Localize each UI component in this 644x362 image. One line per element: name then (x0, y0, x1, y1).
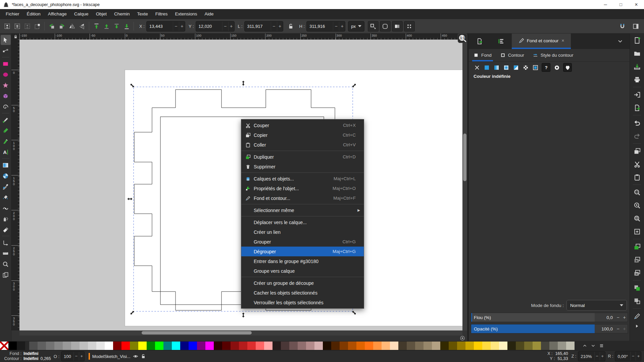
paint-radial-gradient[interactable] (503, 64, 509, 71)
rotation-minus[interactable]: − (630, 352, 636, 361)
import[interactable] (632, 90, 642, 99)
current-layer-indicator[interactable]: ModelSketch_Visi... (89, 353, 146, 360)
palette-swatch[interactable] (138, 342, 147, 350)
menu-item-delete[interactable]: Supprimer (241, 162, 364, 171)
blur-minus[interactable]: − (615, 313, 621, 322)
palette-swatch-none[interactable] (0, 342, 8, 350)
vertical-ruler[interactable]: 050100150200250300350 (11, 40, 19, 330)
rotate-90-cw[interactable] (57, 21, 67, 31)
palette-swatch[interactable] (113, 342, 121, 350)
subtab-contour[interactable]: Contour (500, 49, 524, 61)
height-minus[interactable]: − (333, 22, 339, 31)
tool-gradient[interactable] (1, 160, 11, 170)
palette-swatch[interactable] (432, 342, 440, 350)
tool-star[interactable] (1, 80, 11, 90)
tool-zoom[interactable] (1, 259, 11, 269)
tool-text[interactable]: A (1, 147, 11, 157)
menubar-item[interactable]: Filtres (152, 9, 171, 19)
raise[interactable] (101, 21, 111, 31)
raise-to-top[interactable] (91, 21, 101, 31)
palette-swatch[interactable] (105, 342, 113, 350)
palette-swatch[interactable] (306, 342, 314, 350)
palette-swatch[interactable] (549, 342, 558, 350)
tool-spray[interactable] (1, 214, 11, 224)
zoom-center-page[interactable] (632, 227, 642, 236)
menu-item-group-to-layer[interactable]: Groupe vers calque (241, 266, 364, 276)
palette-swatch[interactable] (130, 342, 138, 350)
palette-swatch[interactable] (273, 342, 281, 350)
palette-swatch[interactable] (189, 342, 197, 350)
maximize-button[interactable]: □ (613, 0, 629, 9)
unit-dropdown[interactable]: px (348, 21, 364, 32)
palette-swatch[interactable] (38, 342, 46, 350)
x-field[interactable]: 13,443 −+ (146, 21, 185, 32)
menu-item-cut[interactable]: Couper Ctrl+X (241, 120, 364, 130)
zoom-page[interactable] (632, 214, 642, 223)
palette-swatch[interactable] (566, 342, 575, 350)
palette-swatch[interactable] (348, 342, 356, 350)
scale-corners[interactable] (380, 21, 391, 32)
palette-swatch[interactable] (256, 342, 264, 350)
palette-swatch[interactable] (121, 342, 130, 350)
display-mode-icon[interactable] (631, 21, 641, 31)
palette-swatch[interactable] (356, 342, 365, 350)
opacity-minus[interactable]: − (73, 352, 79, 361)
palette-swatch[interactable] (465, 342, 474, 350)
menu-item-ungroup[interactable]: Dégrouper Maj+Ctrl+G (241, 247, 364, 256)
fill-stroke-indicator[interactable]: Fond :Indéfini Contour :Indéfini0,265 (3, 351, 51, 361)
menu-item-group[interactable]: Grouper Ctrl+G (241, 237, 364, 247)
menu-item-select-same[interactable]: Sélectionner même ▶ (241, 205, 364, 215)
menubar-item[interactable]: Fichier (2, 9, 23, 19)
opacity-slider[interactable]: Opacité (%) 100,0 − + (471, 324, 628, 333)
tool-spiral[interactable] (1, 102, 11, 112)
height-plus[interactable]: + (339, 22, 345, 31)
palette-swatch[interactable] (507, 342, 516, 350)
palette-swatch[interactable] (474, 342, 482, 350)
palette-swatch[interactable] (96, 342, 105, 350)
palette-swatch[interactable] (390, 342, 398, 350)
tool-tweak[interactable] (1, 203, 11, 213)
menubar-item[interactable]: Extensions (171, 9, 201, 19)
palette-swatch[interactable] (524, 342, 533, 350)
menubar-item[interactable]: Aide (201, 9, 217, 19)
fill-rule-nonzero[interactable] (563, 63, 572, 72)
palette-swatch[interactable] (180, 342, 189, 350)
tool-node-editor[interactable] (1, 46, 11, 56)
lower-to-bottom[interactable] (121, 21, 132, 31)
lower[interactable] (111, 21, 121, 31)
menu-item-layers-objects[interactable]: Calques et objets... Maj+Ctrl+L (241, 174, 364, 184)
save-document[interactable] (632, 62, 642, 71)
palette-swatch[interactable] (482, 342, 491, 350)
copy[interactable] (632, 147, 642, 156)
palette-swatch[interactable] (457, 342, 465, 350)
menu-item-object-properties[interactable]: Propriétés de l'objet... Maj+Ctrl+O (241, 184, 364, 193)
horizontal-scrollbar[interactable] (19, 330, 462, 335)
snap-controls-icon[interactable] (617, 21, 627, 31)
tool-connector[interactable] (1, 238, 11, 248)
group[interactable] (632, 283, 642, 293)
minimize-button[interactable]: ─ (598, 0, 613, 9)
palette-swatch[interactable] (491, 342, 499, 350)
palette-swatch[interactable] (71, 342, 80, 350)
menubar-item[interactable]: Édition (23, 9, 44, 19)
opacity-value[interactable]: 100,0 (595, 324, 615, 333)
height-field[interactable]: 311,916 −+ (306, 21, 345, 32)
horizontal-ruler[interactable]: -150-100-50050100150200250300350400450 (19, 34, 458, 40)
menu-item-paste[interactable]: Coller Ctrl+V (241, 140, 364, 150)
width-minus[interactable]: − (271, 22, 277, 31)
tool-mesh-gradient[interactable] (1, 171, 11, 181)
lock-ratio-icon[interactable] (286, 21, 296, 31)
open-document[interactable] (632, 49, 642, 58)
menu-item-create-clip-group[interactable]: Créer un groupe de découpe (241, 278, 364, 288)
tab-objects[interactable] (490, 34, 512, 49)
zoom-drawing[interactable] (632, 201, 642, 210)
scale-stroke[interactable] (368, 21, 379, 32)
palette-swatch[interactable] (424, 342, 432, 350)
vertical-scrollbar-thumb[interactable] (463, 134, 466, 181)
menu-item-copy[interactable]: Copier Ctrl+C (241, 130, 364, 140)
palette-swatch[interactable] (8, 342, 17, 350)
palette-swatch[interactable] (558, 342, 566, 350)
menu-item-duplicate[interactable]: Dupliquer Ctrl+D (241, 152, 364, 162)
palette-swatch[interactable] (172, 342, 180, 350)
paste[interactable] (632, 173, 642, 182)
